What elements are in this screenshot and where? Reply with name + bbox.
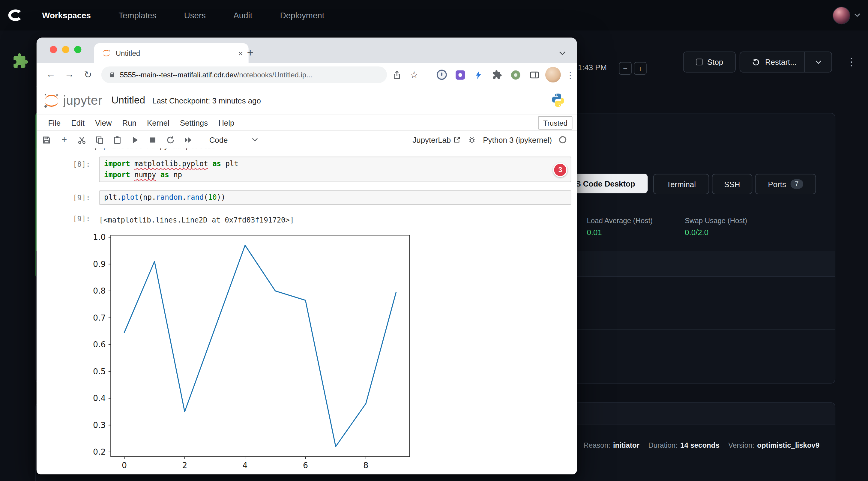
menu-settings[interactable]: Settings — [180, 118, 208, 127]
coder-logo-icon[interactable] — [8, 7, 27, 23]
restart-kernel-button[interactable] — [166, 135, 175, 144]
restart-dropdown-button[interactable] — [810, 52, 828, 72]
svg-text:0.3: 0.3 — [93, 420, 106, 430]
tab-title: Untitled — [116, 49, 238, 57]
restart-workspace-button[interactable]: Restart... — [744, 52, 805, 72]
menu-edit[interactable]: Edit — [71, 118, 85, 127]
open-in-jupyterlab-link[interactable]: JupyterLab — [412, 135, 461, 144]
svg-text:0.4: 0.4 — [93, 393, 106, 403]
svg-text:0.9: 0.9 — [93, 259, 106, 269]
menu-kernel[interactable]: Kernel — [147, 118, 169, 127]
back-button[interactable]: ← — [44, 68, 57, 81]
password-extension-icon[interactable] — [435, 68, 448, 81]
clipped-previous-cell: %pip install numpy matplotlib — [37, 149, 577, 154]
cut-cell-button[interactable] — [78, 135, 86, 144]
side-panel-icon[interactable] — [528, 68, 541, 81]
svg-text:0.2: 0.2 — [93, 447, 106, 456]
green-extension-icon[interactable] — [509, 68, 522, 81]
svg-text:0.6: 0.6 — [93, 340, 106, 349]
menu-help[interactable]: Help — [218, 118, 234, 127]
matplotlib-figure: 0.20.30.40.50.60.70.80.91.002468 — [37, 228, 577, 474]
site-lock-icon[interactable] — [108, 71, 116, 78]
code-editor[interactable]: plt.plot(np.random.rand(10)) — [99, 190, 571, 205]
zoom-window-button[interactable] — [74, 46, 81, 53]
browser-profile-avatar[interactable] — [545, 67, 561, 83]
swap-usage-stat: Swap Usage (Host) 0.0/2.0 — [685, 217, 747, 237]
line-chart: 0.20.30.40.50.60.70.80.91.002468 — [86, 228, 430, 474]
copy-cell-button[interactable] — [95, 135, 104, 144]
nav-item-deployment[interactable]: Deployment — [280, 10, 324, 20]
bookmark-star-icon[interactable]: ☆ — [408, 68, 421, 81]
terminal-button[interactable]: Terminal — [653, 174, 709, 194]
code-editor[interactable]: import matplotlib.pyplot as plt import n… — [99, 157, 571, 182]
lightning-extension-icon[interactable] — [472, 68, 485, 81]
user-avatar[interactable] — [833, 6, 850, 24]
new-tab-button[interactable]: + — [242, 45, 258, 60]
code-cell-9: [9]: plt.plot(np.random.rand(10)) — [37, 190, 577, 205]
chevron-down-icon[interactable] — [854, 13, 860, 17]
output-repr: [<matplotlib.lines.Line2D at 0x7fd03f191… — [99, 212, 294, 226]
jupyter-menubar: File Edit View Run Kernel Settings Help … — [37, 115, 577, 131]
tab-search-chevron-icon[interactable] — [559, 48, 566, 58]
run-cell-button[interactable] — [131, 135, 140, 144]
add-cell-button[interactable]: + — [60, 135, 69, 144]
chevron-down-icon — [252, 138, 258, 142]
puzzle-icon — [12, 53, 29, 69]
url-host: 5555--main--test--matifali.atif.cdr.dev — [120, 70, 237, 79]
input-prompt: [8]: — [37, 157, 99, 168]
purple-extension-icon[interactable] — [454, 68, 466, 81]
build-info-row: Reason:initiator Duration:14 seconds Ver… — [583, 441, 819, 450]
svg-text:0.7: 0.7 — [93, 313, 106, 322]
load-average-stat: Load Average (Host) 0.01 — [587, 217, 653, 237]
jupyter-logo — [43, 92, 60, 108]
kernel-name[interactable]: Python 3 (ipykernel) — [483, 135, 552, 144]
reload-button[interactable]: ↻ — [81, 68, 94, 81]
svg-text:2: 2 — [182, 460, 187, 470]
jupyter-header: jupyter Untitled Last Checkpoint: 3 minu… — [37, 86, 577, 115]
nav-item-users[interactable]: Users — [184, 10, 206, 20]
save-button[interactable] — [42, 135, 51, 144]
increase-schedule-button[interactable]: + — [634, 62, 646, 75]
svg-text:0.5: 0.5 — [93, 367, 106, 376]
nav-item-workspaces[interactable]: Workspaces — [42, 10, 91, 20]
input-prompt: [9]: — [37, 190, 99, 202]
debugger-icon[interactable] — [468, 135, 476, 144]
svg-text:6: 6 — [303, 460, 308, 470]
stop-workspace-button[interactable]: Stop — [683, 52, 736, 72]
decrease-schedule-button[interactable]: − — [619, 62, 631, 75]
menu-file[interactable]: File — [48, 118, 61, 127]
restart-icon — [752, 58, 760, 66]
paste-cell-button[interactable] — [113, 135, 122, 144]
svg-text:4: 4 — [243, 460, 248, 470]
workspace-more-options-button[interactable]: ⋮ — [845, 56, 858, 68]
url-bar[interactable]: 5555--main--test--matifali.atif.cdr.dev/… — [101, 66, 387, 83]
nav-item-templates[interactable]: Templates — [119, 10, 156, 20]
browser-tab[interactable]: Untitled × — [94, 43, 249, 63]
menu-view[interactable]: View — [95, 118, 112, 127]
kernel-status-icon — [558, 135, 567, 144]
ssh-button[interactable]: SSH — [712, 174, 752, 194]
forward-button[interactable]: → — [63, 68, 76, 81]
screen: Workspaces Templates Users Audit Deploym… — [0, 0, 868, 481]
cell-type-dropdown[interactable]: Code — [209, 135, 258, 144]
minimize-window-button[interactable] — [62, 46, 69, 53]
share-icon[interactable] — [390, 68, 403, 81]
menu-run[interactable]: Run — [122, 118, 136, 127]
extensions-puzzle-icon[interactable] — [491, 68, 504, 81]
external-link-icon — [454, 136, 461, 143]
chevron-down-icon — [815, 60, 822, 64]
browser-toolbar: ← → ↻ 5555--main--test--matifali.atif.cd… — [37, 63, 577, 87]
code-cell-8: [8]: import matplotlib.pyplot as plt imp… — [37, 157, 577, 182]
tab-strip: Untitled × + — [37, 38, 577, 63]
trusted-button[interactable]: Trusted — [538, 116, 572, 130]
checkpoint-text: Last Checkpoint: 3 minutes ago — [152, 96, 261, 105]
close-window-button[interactable] — [50, 46, 57, 53]
notebook-title[interactable]: Untitled — [111, 95, 145, 106]
interrupt-kernel-button[interactable] — [149, 135, 157, 144]
svg-text:8: 8 — [363, 460, 368, 470]
nav-item-audit[interactable]: Audit — [234, 10, 252, 20]
svg-text:0: 0 — [122, 460, 127, 470]
run-all-cells-button[interactable] — [184, 135, 193, 144]
ports-button[interactable]: Ports 7 — [755, 174, 816, 194]
browser-menu-icon[interactable]: ⋮ — [564, 70, 577, 80]
